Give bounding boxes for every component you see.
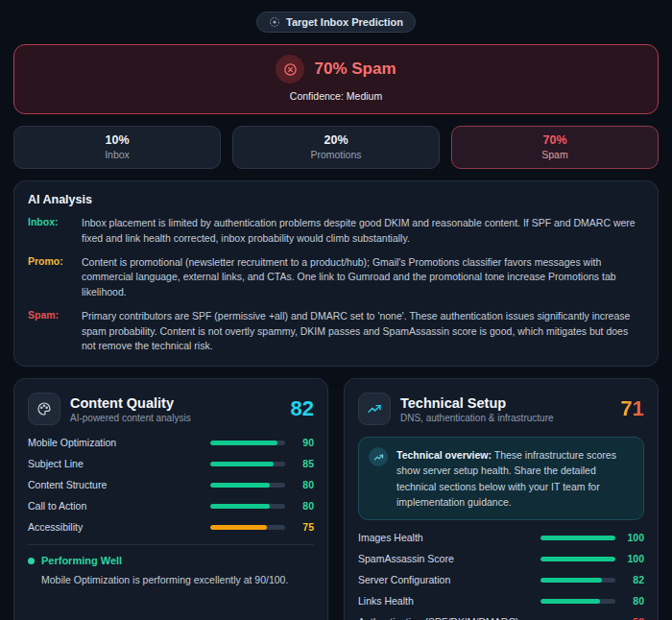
metric-bar-fill [210,462,274,466]
ai-inbox-label: Inbox: [28,216,72,247]
metric-label: Subject Line [28,458,210,469]
metric-value: 58 [623,616,644,620]
metric-label: Authentication (SPF/DKIM/DMARC) [358,616,540,620]
ai-promo-label: Promo: [28,255,72,300]
metric-row: Accessibility 75 [28,521,314,533]
metric-row: Subject Line 85 [28,458,314,469]
target-icon [269,16,280,28]
metric-label: Images Health [358,532,540,543]
metric-row: Content Structure 80 [28,479,314,490]
target-badge-label: Target Inbox Prediction [286,16,403,28]
header-row: Target Inbox Prediction [13,12,659,33]
metric-bar-fill [540,599,600,604]
metric-label: Content Structure [28,479,210,490]
content-quality-metrics: Mobile Optimization 90 Subject Line 85 C… [28,437,314,533]
technical-overview-text: Technical overview: These infrastructure… [396,447,634,510]
metric-value: 80 [623,595,644,607]
metric-label: SpamAssassin Score [358,553,540,564]
placement-card-inbox: 10% Inbox [13,126,221,169]
technical-setup-subtitle: DNS, authentication & infrastructure [400,413,612,423]
green-dot-icon [28,558,35,564]
metric-value: 90 [293,437,314,448]
metric-value: 85 [293,458,314,469]
metric-row: SpamAssassin Score 100 [358,553,644,564]
placement-card-spam: 70% Spam [451,126,659,169]
content-quality-title: Content Quality [70,395,281,411]
spam-percent: 70% [452,133,658,147]
ai-promo-text: Content is promotional (newsletter recru… [82,255,644,300]
metric-bar-fill [540,557,615,561]
metric-bar-track [540,536,615,540]
analysis-grid: Content Quality AI-powered content analy… [13,378,659,620]
metric-bar-fill [210,504,270,509]
technical-setup-metrics: Images Health 100 SpamAssassin Score 100… [358,532,644,620]
trending-up-icon [358,393,391,425]
metric-label: Server Configuration [358,574,540,585]
metric-label: Mobile Optimization [28,437,210,448]
metric-value: 82 [623,574,644,585]
confidence-label: Confidence: Medium [26,90,646,102]
metric-bar-fill [540,578,602,583]
promotions-label: Promotions [233,149,439,160]
technical-setup-score: 71 [621,396,644,421]
metric-bar-fill [540,536,615,540]
circle-x-icon [276,55,304,83]
technical-overview-box: Technical overview: These infrastructure… [358,437,644,520]
metric-bar-track [540,578,615,583]
promotions-percent: 20% [233,133,439,147]
metric-bar-track [540,599,615,604]
ai-analysis-panel: AI Analysis Inbox: Inbox placement is li… [13,180,659,367]
metric-bar-track [210,483,285,488]
technical-setup-card: Technical Setup DNS, authentication & in… [344,378,659,620]
spam-prediction-banner: 70% Spam Confidence: Medium [13,44,659,114]
metric-bar-track [210,525,285,530]
metric-value: 80 [293,500,314,512]
metric-value: 100 [623,553,644,564]
ai-inbox-text: Inbox placement is limited by authentica… [82,216,644,247]
content-quality-score: 82 [291,396,314,421]
content-quality-subtitle: AI-powered content analysis [70,413,281,423]
banner-title: 70% Spam [314,60,396,79]
metric-row: Authentication (SPF/DKIM/DMARC) 58 [358,616,644,620]
technical-setup-title: Technical Setup [400,395,612,411]
performing-well-note: Performing Well Mobile Optimization is p… [28,544,314,587]
target-inbox-prediction-badge[interactable]: Target Inbox Prediction [256,12,416,33]
inbox-label: Inbox [14,149,220,160]
ai-row-spam: Spam: Primary contributors are SPF (perm… [28,309,644,354]
metric-value: 75 [293,521,314,533]
technical-overview-bold: Technical overview: [396,449,492,461]
metric-row: Links Health 80 [358,595,644,607]
content-quality-card: Content Quality AI-powered content analy… [13,378,328,620]
metric-bar-fill [210,525,267,530]
performing-well-text: Mobile Optimization is performing excell… [41,572,314,587]
metric-bar-track [210,441,285,445]
metric-row: Mobile Optimization 90 [28,437,314,448]
trend-mini-icon [369,447,388,466]
metric-value: 100 [623,532,644,543]
metric-row: Call to Action 80 [28,500,314,512]
ai-row-promo: Promo: Content is promotional (newslette… [28,255,644,300]
spam-label: Spam [452,149,658,160]
metric-bar-fill [210,483,270,488]
metric-row: Images Health 100 [358,532,644,543]
metric-label: Links Health [358,595,540,607]
placement-card-promotions: 20% Promotions [232,126,440,169]
metric-bar-track [210,462,285,466]
placement-cards: 10% Inbox 20% Promotions 70% Spam [13,126,659,169]
metric-bar-track [210,504,285,509]
ai-row-inbox: Inbox: Inbox placement is limited by aut… [28,216,644,247]
ai-spam-label: Spam: [28,309,72,354]
metric-bar-track [540,557,615,561]
ai-analysis-title: AI Analysis [28,193,644,206]
palette-icon [28,393,60,425]
metric-row: Server Configuration 82 [358,574,644,585]
metric-label: Accessibility [28,521,210,533]
performing-well-title: Performing Well [41,555,122,566]
ai-spam-text: Primary contributors are SPF (permissive… [82,309,644,354]
metric-value: 80 [293,479,314,490]
metric-label: Call to Action [28,500,210,512]
metric-bar-fill [210,441,277,445]
inbox-percent: 10% [14,133,220,147]
